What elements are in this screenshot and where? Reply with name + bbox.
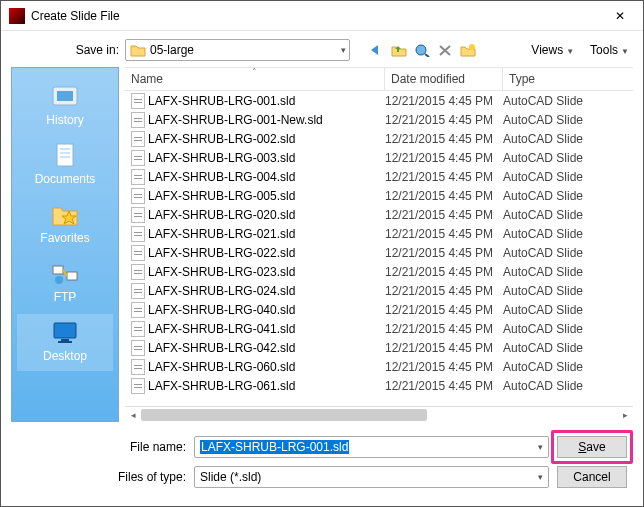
file-name: LAFX-SHRUB-LRG-001-New.sld <box>148 113 323 127</box>
file-row[interactable]: LAFX-SHRUB-LRG-021.sld12/21/2015 4:45 PM… <box>125 224 633 243</box>
file-list-body[interactable]: LAFX-SHRUB-LRG-001.sld12/21/2015 4:45 PM… <box>125 91 633 406</box>
app-icon <box>9 8 25 24</box>
svg-point-13 <box>55 276 63 284</box>
titlebar[interactable]: Create Slide File ✕ <box>1 1 643 31</box>
scroll-left-button[interactable]: ◂ <box>125 407 141 423</box>
file-icon <box>131 378 145 394</box>
file-row[interactable]: LAFX-SHRUB-LRG-042.sld12/21/2015 4:45 PM… <box>125 338 633 357</box>
file-date: 12/21/2015 4:45 PM <box>385 360 503 374</box>
history-icon <box>49 82 81 110</box>
file-row[interactable]: LAFX-SHRUB-LRG-002.sld12/21/2015 4:45 PM… <box>125 129 633 148</box>
file-name: LAFX-SHRUB-LRG-042.sld <box>148 341 295 355</box>
file-name: LAFX-SHRUB-LRG-060.sld <box>148 360 295 374</box>
places-history[interactable]: History <box>17 78 112 135</box>
file-row[interactable]: LAFX-SHRUB-LRG-003.sld12/21/2015 4:45 PM… <box>125 148 633 167</box>
folder-icon <box>130 43 146 57</box>
file-name: LAFX-SHRUB-LRG-004.sld <box>148 170 295 184</box>
filename-label: File name: <box>11 440 186 454</box>
scroll-right-button[interactable]: ▸ <box>617 407 633 423</box>
places-ftp[interactable]: FTP <box>17 255 112 312</box>
file-icon <box>131 207 145 223</box>
file-row[interactable]: LAFX-SHRUB-LRG-022.sld12/21/2015 4:45 PM… <box>125 243 633 262</box>
file-row[interactable]: LAFX-SHRUB-LRG-024.sld12/21/2015 4:45 PM… <box>125 281 633 300</box>
scroll-thumb[interactable] <box>141 409 427 421</box>
places-label: Documents <box>35 172 96 186</box>
save-button[interactable]: Save <box>557 436 627 458</box>
filetype-value: Slide (*.sld) <box>200 470 261 484</box>
file-row[interactable]: LAFX-SHRUB-LRG-001.sld12/21/2015 4:45 PM… <box>125 91 633 110</box>
scroll-track[interactable] <box>141 407 617 423</box>
file-type: AutoCAD Slide <box>503 284 633 298</box>
mid-row: History Documents Favorites FTP Desktop <box>11 67 633 422</box>
tools-menu[interactable]: Tools▼ <box>586 41 633 59</box>
file-date: 12/21/2015 4:45 PM <box>385 379 503 393</box>
file-type: AutoCAD Slide <box>503 227 633 241</box>
file-row[interactable]: LAFX-SHRUB-LRG-023.sld12/21/2015 4:45 PM… <box>125 262 633 281</box>
file-row[interactable]: LAFX-SHRUB-LRG-061.sld12/21/2015 4:45 PM… <box>125 376 633 395</box>
file-name: LAFX-SHRUB-LRG-040.sld <box>148 303 295 317</box>
back-button[interactable] <box>366 40 386 60</box>
top-row: Save in: 05-large ▾ Views▼ Tools▼ <box>11 37 633 67</box>
file-icon <box>131 150 145 166</box>
filetype-combo[interactable]: Slide (*.sld) ▾ <box>194 466 549 488</box>
filename-combo[interactable]: LAFX-SHRUB-LRG-001.sld ▾ <box>194 436 549 458</box>
svg-line-1 <box>425 54 429 57</box>
column-type[interactable]: Type <box>503 68 633 90</box>
chevron-down-icon: ▾ <box>341 45 346 55</box>
file-icon <box>131 302 145 318</box>
file-date: 12/21/2015 4:45 PM <box>385 113 503 127</box>
column-name[interactable]: ˄Name <box>125 68 385 90</box>
places-documents[interactable]: Documents <box>17 137 112 194</box>
file-type: AutoCAD Slide <box>503 94 633 108</box>
documents-icon <box>49 141 81 169</box>
close-button[interactable]: ✕ <box>597 1 643 31</box>
places-label: Desktop <box>43 349 87 363</box>
file-name: LAFX-SHRUB-LRG-003.sld <box>148 151 295 165</box>
column-date[interactable]: Date modified <box>385 68 503 90</box>
file-type: AutoCAD Slide <box>503 151 633 165</box>
file-type: AutoCAD Slide <box>503 246 633 260</box>
file-name: LAFX-SHRUB-LRG-005.sld <box>148 189 295 203</box>
chevron-down-icon: ▾ <box>538 442 543 452</box>
places-label: FTP <box>54 290 77 304</box>
file-row[interactable]: LAFX-SHRUB-LRG-060.sld12/21/2015 4:45 PM… <box>125 357 633 376</box>
file-type: AutoCAD Slide <box>503 322 633 336</box>
file-type: AutoCAD Slide <box>503 189 633 203</box>
cancel-button[interactable]: Cancel <box>557 466 627 488</box>
file-icon <box>131 321 145 337</box>
file-date: 12/21/2015 4:45 PM <box>385 170 503 184</box>
file-icon <box>131 340 145 356</box>
file-date: 12/21/2015 4:45 PM <box>385 303 503 317</box>
file-icon <box>131 264 145 280</box>
file-row[interactable]: LAFX-SHRUB-LRG-004.sld12/21/2015 4:45 PM… <box>125 167 633 186</box>
views-menu[interactable]: Views▼ <box>527 41 578 59</box>
svg-rect-15 <box>61 339 69 341</box>
save-in-dropdown[interactable]: 05-large ▾ <box>125 39 350 61</box>
file-date: 12/21/2015 4:45 PM <box>385 227 503 241</box>
file-icon <box>131 169 145 185</box>
new-folder-button[interactable] <box>458 40 478 60</box>
file-list-header: ˄Name Date modified Type <box>125 67 633 91</box>
file-row[interactable]: LAFX-SHRUB-LRG-040.sld12/21/2015 4:45 PM… <box>125 300 633 319</box>
svg-rect-14 <box>54 323 76 338</box>
file-date: 12/21/2015 4:45 PM <box>385 208 503 222</box>
file-row[interactable]: LAFX-SHRUB-LRG-020.sld12/21/2015 4:45 PM… <box>125 205 633 224</box>
file-list: ˄Name Date modified Type LAFX-SHRUB-LRG-… <box>125 67 633 422</box>
file-row[interactable]: LAFX-SHRUB-LRG-001-New.sld12/21/2015 4:4… <box>125 110 633 129</box>
dialog-content: Save in: 05-large ▾ Views▼ Tools▼ <box>1 31 643 506</box>
file-row[interactable]: LAFX-SHRUB-LRG-041.sld12/21/2015 4:45 PM… <box>125 319 633 338</box>
file-icon <box>131 359 145 375</box>
places-desktop[interactable]: Desktop <box>17 314 112 371</box>
window-title: Create Slide File <box>31 9 597 23</box>
up-folder-button[interactable] <box>389 40 409 60</box>
search-web-button[interactable] <box>412 40 432 60</box>
file-name: LAFX-SHRUB-LRG-023.sld <box>148 265 295 279</box>
delete-button[interactable] <box>435 40 455 60</box>
file-row[interactable]: LAFX-SHRUB-LRG-005.sld12/21/2015 4:45 PM… <box>125 186 633 205</box>
svg-rect-6 <box>57 91 73 101</box>
file-icon <box>131 245 145 261</box>
file-date: 12/21/2015 4:45 PM <box>385 341 503 355</box>
horizontal-scrollbar[interactable]: ◂ ▸ <box>125 406 633 422</box>
file-date: 12/21/2015 4:45 PM <box>385 94 503 108</box>
places-favorites[interactable]: Favorites <box>17 196 112 253</box>
